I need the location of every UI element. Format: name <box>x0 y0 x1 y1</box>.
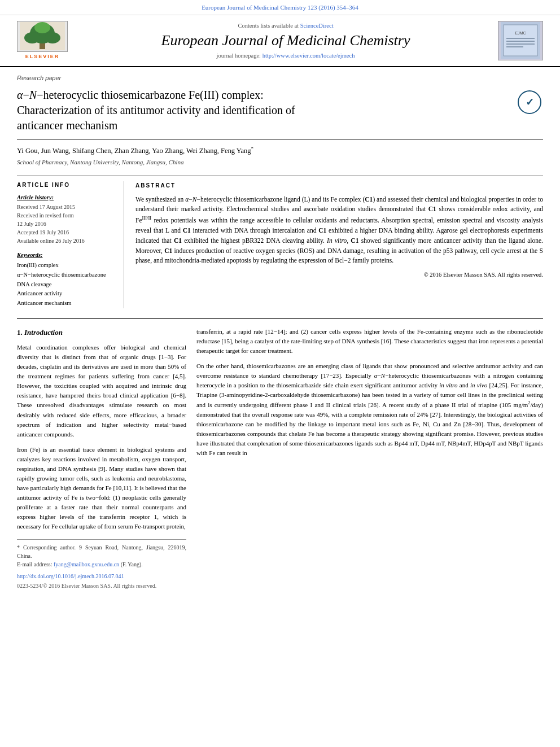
email-link[interactable]: fyang@mailbox.gxnu.edu.cn <box>54 561 119 567</box>
svg-point-3 <box>24 32 40 43</box>
keyword-5: Anticancer mechanism <box>17 299 116 308</box>
journal-thumbnail: EJMC <box>498 21 543 60</box>
elsevier-tree-image <box>17 21 68 52</box>
title-line1: α−N−heterocyclic thiosemicarbazone Fe(II… <box>17 89 264 101</box>
affiliation: School of Pharmacy, Nantong University, … <box>17 158 543 167</box>
email-extra: (F. Yang). <box>121 561 143 567</box>
corresponding-star: * <box>251 146 254 151</box>
journal-header: ELSEVIER Contents lists available at Sci… <box>0 15 560 67</box>
body-right-column: transferrin, at a rapid rate [12−14]; an… <box>196 327 543 590</box>
journal-homepage-link[interactable]: http://www.elsevier.com/locate/ejmech <box>262 53 355 59</box>
online-date: Available online 26 July 2016 <box>17 237 116 245</box>
revised-date: 12 July 2016 <box>17 220 116 228</box>
intro-heading: 1. Introduction <box>17 327 186 338</box>
sciencedirect-link[interactable]: ScienceDirect <box>300 23 334 29</box>
main-body: 1. Introduction Metal coordination compl… <box>17 318 543 590</box>
keywords-section: Keywords: Iron(III) complex α−N−heterocy… <box>17 251 116 308</box>
svg-rect-10 <box>506 41 535 42</box>
svg-rect-9 <box>506 38 535 39</box>
journal-homepage: journal homepage: http://www.elsevier.co… <box>79 51 492 60</box>
doi-link[interactable]: http://dx.doi.org/10.1016/j.ejmech.2016.… <box>17 572 186 580</box>
right-para-1: transferrin, at a rapid rate [12−14]; an… <box>196 327 543 356</box>
info-abstract-section: ARTICLE INFO Article history: Received 1… <box>17 175 543 308</box>
keyword-2: α−N−heterocyclic thiosemicarbazone <box>17 270 116 280</box>
svg-rect-12 <box>506 46 523 47</box>
title-line2: Characterization of its antitumor activi… <box>17 104 295 116</box>
authors: Yi Gou, Jun Wang, Shifang Chen, Zhan Zha… <box>17 145 543 156</box>
crossmark-logo <box>518 90 543 116</box>
issn-text: 0223-5234/© 2016 Elsevier Masson SAS. Al… <box>17 582 186 590</box>
keyword-4: Anticancer activity <box>17 289 116 299</box>
sciencedirect-label: Contents lists available at ScienceDirec… <box>79 21 492 30</box>
corresponding-footnote: * Corresponding author. 9 Seyuan Road, N… <box>17 543 186 560</box>
footnote-section: * Corresponding author. 9 Seyuan Road, N… <box>17 539 186 590</box>
svg-rect-11 <box>506 43 535 45</box>
email-label: E-mail address: <box>17 561 52 567</box>
journal-center: Contents lists available at ScienceDirec… <box>79 21 492 60</box>
svg-text:EJMC: EJMC <box>515 31 526 35</box>
article-info-column: ARTICLE INFO Article history: Received 1… <box>17 181 124 308</box>
banner-text: European Journal of Medicinal Chemistry … <box>202 4 358 11</box>
elsevier-name: ELSEVIER <box>25 53 60 60</box>
svg-point-5 <box>34 22 50 33</box>
article-type: Research paper <box>17 74 543 83</box>
email-footnote: E-mail address: fyang@mailbox.gxnu.edu.c… <box>17 560 186 569</box>
journal-banner: European Journal of Medicinal Chemistry … <box>0 0 560 15</box>
accepted-date: Accepted 19 July 2016 <box>17 228 116 237</box>
author-names: Yi Gou, Jun Wang, Shifang Chen, Zhan Zha… <box>17 147 251 155</box>
svg-rect-7 <box>504 25 537 56</box>
doi-anchor[interactable]: http://dx.doi.org/10.1016/j.ejmech.2016.… <box>17 573 124 579</box>
article-title-section: α−N−heterocyclic thiosemicarbazone Fe(II… <box>17 88 543 139</box>
body-left-column: 1. Introduction Metal coordination compl… <box>17 327 186 590</box>
right-para-2: On the other hand, thiosemicarbazones ar… <box>196 361 543 458</box>
keyword-1: Iron(III) complex <box>17 261 116 270</box>
article-info-header: ARTICLE INFO <box>17 181 116 190</box>
journal-title: European Journal of Medicinal Chemistry <box>79 32 492 49</box>
keyword-3: DNA cleavage <box>17 280 116 290</box>
journal-thumb: EJMC <box>498 21 549 60</box>
section-title: Introduction <box>24 328 63 337</box>
crossmark-badge <box>518 90 541 114</box>
keywords-title: Keywords: <box>17 251 116 259</box>
intro-para-2: Iron (Fe) is an essential trace element … <box>17 445 186 531</box>
article-container: Research paper α−N−heterocyclic thiosemi… <box>0 74 560 590</box>
article-title: α−N−heterocyclic thiosemicarbazone Fe(II… <box>17 88 518 133</box>
title-line3: anticancer mechanism <box>17 119 117 132</box>
copyright-notice: © 2016 Elsevier Masson SAS. All rights r… <box>135 270 543 279</box>
abstract-text: We synthesized an α−N−heterocyclic thios… <box>135 195 543 267</box>
svg-point-4 <box>45 32 60 43</box>
received-date: Received 17 August 2015 <box>17 203 116 211</box>
history-title: Article history: <box>17 193 116 202</box>
abstract-column: ABSTRACT We synthesized an α−N−heterocyc… <box>135 181 543 308</box>
section-number: 1. <box>17 328 24 337</box>
elsevier-logo: ELSEVIER <box>11 21 73 60</box>
article-history: Article history: Received 17 August 2015… <box>17 193 116 245</box>
abstract-header: ABSTRACT <box>135 181 543 190</box>
revised-label: Received in revised form <box>17 211 116 220</box>
elsevier-logo-block: ELSEVIER <box>11 21 73 60</box>
intro-para-1: Metal coordination complexes offer biolo… <box>17 343 186 439</box>
